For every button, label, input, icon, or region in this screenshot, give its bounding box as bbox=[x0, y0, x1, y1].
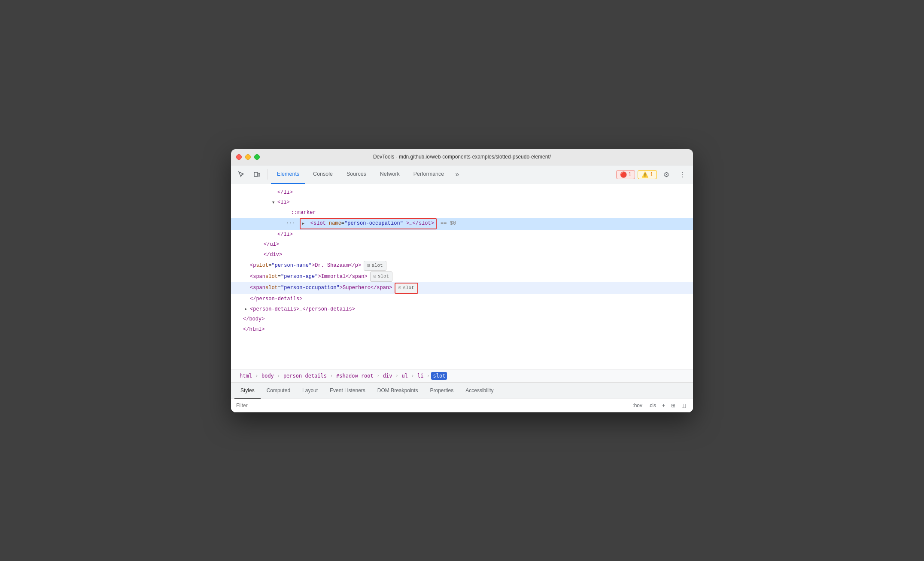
dom-line[interactable]: </li> bbox=[231, 230, 693, 240]
dom-line-selected[interactable]: ··· <slot name="person-occupation" >…</s… bbox=[231, 218, 693, 230]
dom-line[interactable]: </body> bbox=[231, 314, 693, 325]
error-badge[interactable]: 🔴 1 bbox=[616, 170, 635, 179]
toolbar-right: 🔴 1 ⚠️ 1 ⚙ ⋮ bbox=[616, 168, 690, 181]
expand-triangle[interactable] bbox=[245, 306, 250, 313]
layout-editor-button[interactable]: ⊞ bbox=[669, 402, 677, 409]
dom-line[interactable]: </div> bbox=[231, 250, 693, 260]
devtools-toolbar: Elements Console Sources Network Perform… bbox=[231, 165, 693, 184]
breadcrumb: html › body › person-details › #shadow-r… bbox=[231, 369, 693, 383]
tab-layout[interactable]: Layout bbox=[296, 383, 324, 399]
hov-button[interactable]: :hov bbox=[631, 402, 644, 409]
error-icon: 🔴 bbox=[620, 171, 627, 178]
device-icon bbox=[253, 171, 260, 178]
minimize-button[interactable] bbox=[245, 154, 251, 160]
dom-line[interactable]: <li> bbox=[231, 198, 693, 208]
tab-event-listeners[interactable]: Event Listeners bbox=[324, 383, 371, 399]
toolbar-divider bbox=[267, 169, 267, 180]
bottom-tabs: Styles Computed Layout Event Listeners D… bbox=[231, 383, 693, 399]
dom-tree[interactable]: </li> <li> ::marker ··· <slot name="pers… bbox=[231, 184, 693, 369]
dom-line[interactable]: </ul> bbox=[231, 240, 693, 250]
tab-sources[interactable]: Sources bbox=[340, 165, 372, 184]
window-title: DevTools - mdn.github.io/web-components-… bbox=[373, 154, 551, 160]
toggle-sidebar-button[interactable]: ◫ bbox=[680, 402, 688, 409]
dom-line-highlighted[interactable]: <span slot="person-occupation" >Superher… bbox=[231, 282, 693, 294]
breadcrumb-html[interactable]: html bbox=[238, 372, 254, 380]
tab-dom-breakpoints[interactable]: DOM Breakpoints bbox=[371, 383, 424, 399]
dom-line[interactable]: </li> bbox=[231, 188, 693, 198]
more-options-button[interactable]: ⋮ bbox=[676, 168, 690, 181]
tab-performance[interactable]: Performance bbox=[407, 165, 450, 184]
close-button[interactable] bbox=[236, 154, 242, 160]
filter-actions: :hov .cls + ⊞ ◫ bbox=[631, 402, 688, 409]
tab-network[interactable]: Network bbox=[374, 165, 406, 184]
breadcrumb-div[interactable]: div bbox=[381, 372, 394, 380]
tab-computed[interactable]: Computed bbox=[261, 383, 296, 399]
tab-console[interactable]: Console bbox=[307, 165, 339, 184]
more-tabs-button[interactable]: » bbox=[452, 165, 462, 184]
dom-line[interactable]: </html> bbox=[231, 325, 693, 335]
inspect-icon bbox=[238, 171, 245, 178]
tab-styles[interactable]: Styles bbox=[234, 383, 261, 399]
filter-input[interactable] bbox=[236, 402, 627, 409]
breadcrumb-li[interactable]: li bbox=[416, 372, 425, 380]
tab-elements[interactable]: Elements bbox=[271, 165, 305, 184]
device-toolbar-button[interactable] bbox=[250, 168, 264, 181]
main-content: </li> <li> ::marker ··· <slot name="pers… bbox=[231, 184, 693, 412]
tab-properties[interactable]: Properties bbox=[424, 383, 460, 399]
slot-badge-person-name[interactable]: ⊡ slot bbox=[364, 261, 386, 271]
warning-badge[interactable]: ⚠️ 1 bbox=[638, 170, 657, 179]
tab-accessibility[interactable]: Accessibility bbox=[459, 383, 499, 399]
dom-line[interactable]: <person-details> … </person-details> bbox=[231, 305, 693, 315]
warning-icon: ⚠️ bbox=[641, 171, 648, 178]
expand-triangle[interactable] bbox=[302, 220, 307, 227]
traffic-lights bbox=[236, 154, 260, 160]
dom-line[interactable]: ::marker bbox=[231, 208, 693, 218]
breadcrumb-person-details[interactable]: person-details bbox=[282, 372, 328, 380]
cls-button[interactable]: .cls bbox=[647, 402, 658, 409]
breadcrumb-slot[interactable]: slot bbox=[431, 372, 447, 380]
add-style-rule-button[interactable]: + bbox=[660, 402, 667, 409]
breadcrumb-shadow-root[interactable]: #shadow-root bbox=[334, 372, 375, 380]
svg-rect-1 bbox=[258, 173, 260, 176]
inspect-element-button[interactable] bbox=[234, 168, 248, 181]
dom-line[interactable]: </person-details> bbox=[231, 294, 693, 305]
maximize-button[interactable] bbox=[254, 154, 260, 160]
breadcrumb-ul[interactable]: ul bbox=[400, 372, 410, 380]
devtools-window: DevTools - mdn.github.io/web-components-… bbox=[231, 149, 693, 412]
svg-rect-0 bbox=[254, 172, 258, 177]
bottom-panel: Styles Computed Layout Event Listeners D… bbox=[231, 383, 693, 412]
settings-button[interactable]: ⚙ bbox=[660, 168, 673, 181]
breadcrumb-body[interactable]: body bbox=[260, 372, 276, 380]
slot-badge-person-occupation[interactable]: ⊡ slot bbox=[395, 283, 418, 294]
slot-badge-person-age[interactable]: ⊡ slot bbox=[370, 271, 392, 282]
dots-menu[interactable]: ··· bbox=[286, 219, 295, 229]
title-bar: DevTools - mdn.github.io/web-components-… bbox=[231, 149, 693, 165]
filter-bar: :hov .cls + ⊞ ◫ bbox=[231, 399, 693, 412]
dom-line[interactable]: <p slot="person-name" >Dr. Shazaam</p> ⊡… bbox=[231, 260, 693, 271]
expand-triangle[interactable] bbox=[272, 199, 277, 206]
dom-line[interactable]: <span slot="person-age" >Immortal</span>… bbox=[231, 271, 693, 282]
